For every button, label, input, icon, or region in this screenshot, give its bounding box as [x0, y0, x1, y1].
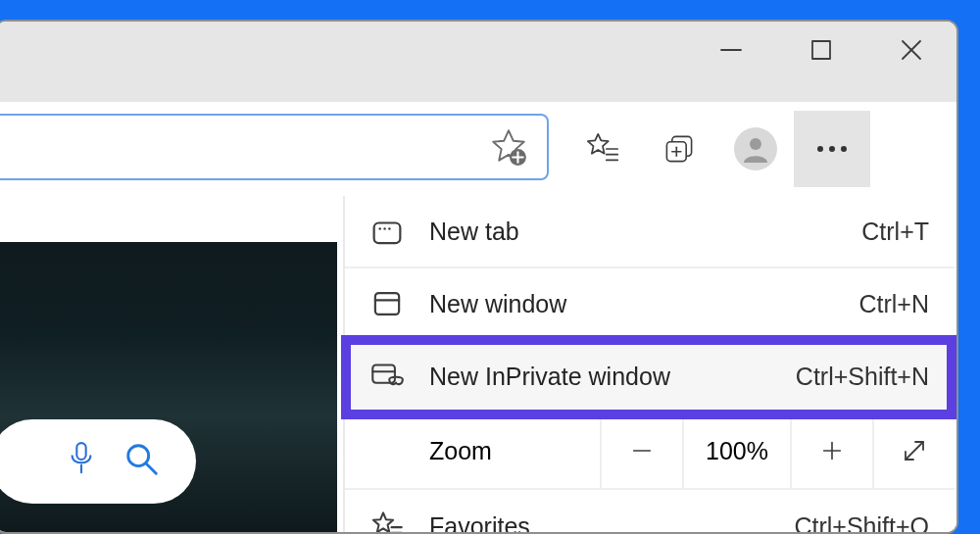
- address-bar[interactable]: [0, 114, 549, 180]
- menu-item-label: New window: [429, 290, 858, 318]
- menu-item-label: Favorites: [429, 512, 794, 535]
- fullscreen-button[interactable]: [872, 413, 955, 489]
- menu-item-new-tab[interactable]: New tab Ctrl+T: [345, 196, 955, 268]
- more-menu: New tab Ctrl+T New window Ctrl+N New InP…: [343, 196, 955, 534]
- menu-item-new-window[interactable]: New window Ctrl+N: [345, 268, 955, 341]
- new-window-icon: [370, 287, 404, 320]
- new-tab-icon: [370, 215, 404, 248]
- window-minimize-button[interactable]: [686, 22, 776, 78]
- collections-button[interactable]: [641, 111, 717, 187]
- zoom-label: Zoom: [345, 437, 600, 465]
- settings-more-button[interactable]: [794, 111, 870, 187]
- mic-icon[interactable]: [67, 441, 96, 482]
- window-maximize-button[interactable]: [776, 22, 866, 78]
- menu-item-new-inprivate-window[interactable]: New InPrivate window Ctrl+Shift+N: [345, 341, 955, 413]
- svg-line-30: [906, 442, 923, 460]
- zoom-out-button[interactable]: [600, 413, 682, 489]
- zoom-in-button[interactable]: [790, 413, 872, 489]
- content-area: New tab Ctrl+T New window Ctrl+N New InP…: [0, 196, 958, 534]
- svg-line-18: [147, 464, 157, 474]
- favorites-list-button[interactable]: [564, 111, 641, 187]
- search-box[interactable]: [0, 419, 196, 504]
- inprivate-icon: [370, 361, 404, 392]
- svg-rect-23: [375, 293, 399, 315]
- window-close-button[interactable]: [866, 22, 956, 78]
- svg-point-14: [750, 138, 761, 150]
- favorites-icon: [370, 510, 404, 534]
- profile-button[interactable]: [717, 111, 794, 187]
- menu-item-favorites[interactable]: Favorites Ctrl+Shift+O: [345, 490, 955, 534]
- svg-rect-19: [374, 223, 401, 244]
- menu-item-label: New tab: [429, 218, 861, 246]
- svg-point-17: [128, 446, 149, 466]
- svg-point-21: [383, 227, 385, 229]
- svg-rect-15: [76, 443, 85, 460]
- svg-rect-25: [372, 365, 395, 383]
- titlebar: [0, 22, 956, 102]
- menu-item-shortcut: Ctrl+Shift+O: [794, 512, 929, 535]
- svg-point-20: [379, 227, 381, 229]
- svg-rect-1: [812, 41, 830, 59]
- search-icon[interactable]: [123, 441, 161, 482]
- menu-item-shortcut: Ctrl+Shift+N: [796, 363, 929, 391]
- more-icon: [817, 146, 823, 152]
- zoom-value: 100%: [682, 413, 790, 489]
- menu-item-label: New InPrivate window: [429, 363, 796, 391]
- toolbar: [0, 102, 956, 196]
- svg-point-22: [388, 227, 390, 229]
- star-add-icon[interactable]: [488, 126, 529, 168]
- browser-window: New tab Ctrl+T New window Ctrl+N New InP…: [0, 20, 958, 534]
- menu-zoom-row: Zoom 100%: [345, 413, 955, 490]
- avatar: [734, 127, 777, 170]
- menu-item-shortcut: Ctrl+N: [858, 290, 929, 318]
- menu-item-shortcut: Ctrl+T: [861, 218, 929, 246]
